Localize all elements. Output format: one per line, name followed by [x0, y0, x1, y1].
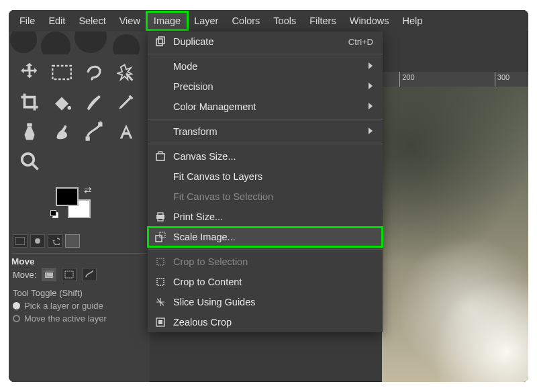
svg-rect-17	[156, 39, 162, 46]
menu-item-label: Precision	[173, 81, 361, 92]
svg-rect-7	[27, 124, 32, 127]
svg-rect-22	[158, 218, 163, 221]
move-mode-row: Move:	[13, 268, 97, 281]
svg-rect-4	[52, 66, 71, 79]
menu-item-label: Print Size...	[173, 211, 373, 222]
menu-item-color-management[interactable]: Color Management	[148, 97, 383, 117]
move-mode-layer[interactable]	[42, 268, 56, 281]
tab-images[interactable]	[65, 234, 80, 248]
tab-tool-options[interactable]	[13, 234, 28, 248]
svg-point-1	[41, 32, 70, 54]
menu-item-label: Transform	[173, 126, 361, 137]
tool-path[interactable]	[79, 117, 109, 146]
slice-icon	[154, 296, 166, 308]
svg-rect-26	[157, 279, 164, 285]
menu-item-mode[interactable]: Mode	[148, 56, 383, 77]
tool-free-select[interactable]	[79, 58, 109, 87]
horizontal-ruler: 200 300	[382, 72, 528, 87]
menu-item-crop-content[interactable]: Crop to Content	[148, 272, 383, 292]
svg-rect-25	[157, 258, 164, 265]
menu-item-canvas-size[interactable]: Canvas Size...	[148, 146, 383, 166]
color-swatches[interactable]: ⇄	[56, 187, 103, 226]
menu-tools[interactable]: Tools	[266, 12, 303, 30]
tool-text[interactable]	[111, 117, 142, 146]
menu-item-slice-guides[interactable]: Slice Using Guides	[148, 292, 383, 312]
svg-rect-21	[158, 213, 163, 215]
menu-item-label: Scale Image...	[173, 232, 373, 242]
svg-point-0	[10, 32, 37, 53]
tool-smudge[interactable]	[46, 117, 77, 146]
menu-item-duplicate[interactable]: Duplicate Ctrl+D	[148, 32, 383, 52]
svg-point-2	[75, 32, 107, 53]
menu-image[interactable]: Image	[147, 12, 187, 30]
tool-paintbrush[interactable]	[79, 88, 109, 116]
menu-item-print-size[interactable]: Print Size...	[148, 207, 383, 227]
menu-item-label: Mode	[173, 61, 361, 72]
scale-icon	[154, 231, 166, 243]
tool-move[interactable]	[14, 58, 45, 87]
menu-view[interactable]: View	[113, 12, 147, 30]
menu-item-scale-image[interactable]: Scale Image...	[148, 227, 383, 247]
svg-rect-24	[160, 232, 165, 238]
tab-device-status[interactable]	[30, 234, 45, 248]
svg-point-13	[35, 238, 40, 244]
svg-rect-28	[158, 320, 162, 324]
menu-layer[interactable]: Layer	[187, 12, 225, 30]
menu-item-label: Canvas Size...	[173, 151, 373, 162]
svg-rect-19	[156, 154, 164, 160]
menu-filters[interactable]: Filters	[303, 12, 342, 30]
tool-crop[interactable]	[14, 88, 45, 116]
move-mode-selection[interactable]	[62, 268, 77, 281]
menu-item-fit-canvas-layers[interactable]: Fit Canvas to Layers	[148, 166, 383, 187]
menu-help[interactable]: Help	[396, 12, 430, 30]
app-window: File Edit Select View Image Layer Colors…	[9, 10, 528, 382]
menu-item-label: Fit Canvas to Selection	[173, 191, 373, 202]
menu-item-transform[interactable]: Transform	[148, 121, 383, 142]
menu-item-shortcut: Ctrl+D	[348, 37, 373, 47]
tool-grid	[14, 58, 142, 175]
svg-rect-23	[156, 236, 162, 242]
tool-fuzzy-select[interactable]	[111, 58, 142, 87]
ruler-tick: 200	[399, 72, 414, 87]
canvas-size-icon	[154, 150, 166, 162]
menu-windows[interactable]: Windows	[343, 12, 396, 30]
menu-item-label: Crop to Content	[173, 277, 373, 287]
menu-edit[interactable]: Edit	[42, 12, 72, 30]
canvas-image[interactable]	[382, 87, 528, 382]
reset-colors-icon[interactable]	[50, 210, 58, 218]
swap-colors-icon[interactable]: ⇄	[84, 185, 92, 195]
toolbox: ⇄ Move Move: Tool Toggle (Shift) Pick a …	[9, 32, 150, 382]
radio-move-active-layer[interactable]: Move the active layer	[13, 313, 107, 324]
menu-item-label: Slice Using Guides	[173, 297, 373, 307]
tool-options-tabs	[13, 234, 80, 248]
tab-undo-history[interactable]	[48, 234, 62, 248]
radio-pick-layer[interactable]: Pick a layer or guide	[13, 301, 107, 311]
fg-color-swatch[interactable]	[56, 187, 79, 206]
menu-item-precision[interactable]: Precision	[148, 77, 383, 97]
move-label: Move:	[13, 270, 36, 280]
menu-item-label: Crop to Selection	[173, 256, 373, 267]
tool-rect-select[interactable]	[46, 58, 77, 87]
menu-select[interactable]: Select	[72, 12, 112, 30]
menu-item-label: Duplicate	[173, 36, 342, 47]
tool-bucket-fill[interactable]	[46, 88, 77, 116]
crop-icon	[154, 276, 166, 288]
menu-item-zealous-crop[interactable]: Zealous Crop	[148, 312, 383, 332]
svg-rect-18	[158, 37, 164, 44]
tool-pencil[interactable]	[111, 88, 142, 116]
move-mode-path[interactable]	[82, 268, 97, 281]
tool-zoom[interactable]	[14, 147, 45, 175]
tool-clone[interactable]	[14, 117, 45, 146]
menu-item-fit-canvas-selection: Fit Canvas to Selection	[148, 187, 383, 207]
menu-bar: File Edit Select View Image Layer Colors…	[9, 10, 528, 32]
submenu-arrow-icon	[368, 101, 373, 112]
menu-file[interactable]: File	[13, 12, 42, 30]
tool-options-header: Move	[11, 253, 147, 266]
menu-item-label: Zealous Crop	[173, 317, 373, 328]
print-icon	[154, 211, 166, 223]
submenu-arrow-icon	[368, 81, 373, 92]
menu-colors[interactable]: Colors	[225, 12, 266, 30]
submenu-arrow-icon	[368, 61, 373, 72]
tool-toggle-group: Tool Toggle (Shift) Pick a layer or guid…	[13, 288, 107, 324]
toolbox-decor	[9, 32, 150, 54]
